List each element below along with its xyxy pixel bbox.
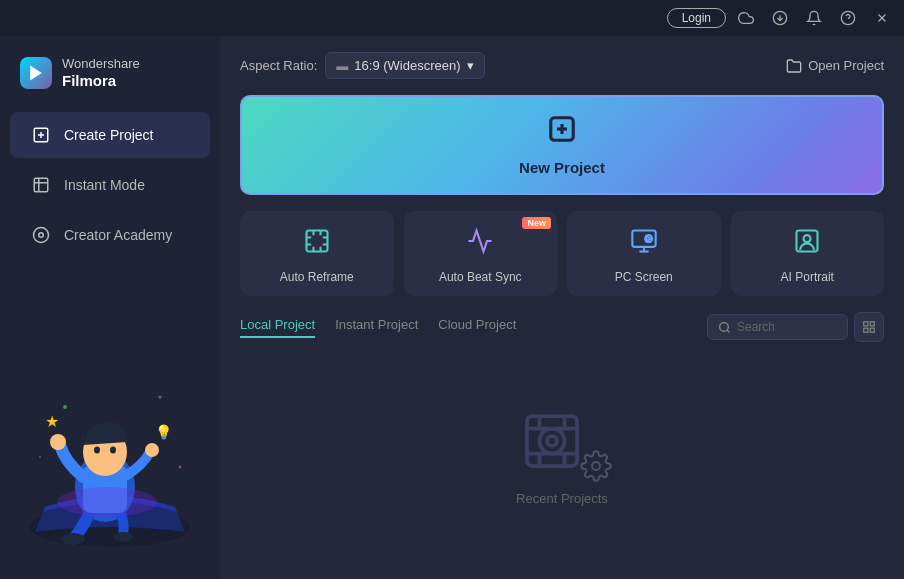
svg-point-21 [50,434,66,450]
svg-marker-6 [30,65,42,80]
svg-point-56 [592,462,600,470]
svg-rect-33 [306,231,327,252]
svg-point-26 [63,405,67,409]
empty-state: Recent Projects [240,354,884,563]
search-input-wrap[interactable] [707,314,848,340]
auto-beat-sync-icon [466,227,494,262]
content-area: Aspect Ratio: ▬ 16:9 (Widescreen) ▾ Open… [220,36,904,579]
svg-rect-43 [864,322,868,326]
project-tabs: Local Project Instant Project Cloud Proj… [240,317,516,338]
film-reel-icon [522,411,582,483]
svg-point-28 [39,456,41,458]
sidebar-item-create-project[interactable]: Create Project [10,112,210,158]
svg-point-29 [179,466,182,469]
auto-reframe-card[interactable]: Auto Reframe [240,211,394,296]
svg-point-48 [540,429,565,454]
open-project-label: Open Project [808,58,884,73]
svg-rect-44 [870,322,874,326]
svg-rect-10 [34,178,48,192]
close-button[interactable] [868,4,896,32]
brand-name: Wondershare [62,56,140,72]
product-name: Filmora [62,72,140,90]
tab-instant-project[interactable]: Instant Project [335,317,418,338]
auto-reframe-label: Auto Reframe [280,270,354,284]
svg-point-11 [34,227,49,242]
sidebar-illustration: ★ 💡 [0,347,220,567]
svg-point-27 [159,396,162,399]
new-project-banner[interactable]: New Project [240,95,884,195]
question-icon[interactable] [834,4,862,32]
gear-overlay-icon [580,450,612,489]
instant-mode-label: Instant Mode [64,177,145,193]
projects-header: Local Project Instant Project Cloud Proj… [240,312,884,342]
creator-academy-icon [30,224,52,246]
tab-local-project[interactable]: Local Project [240,317,315,338]
auto-beat-sync-label: Auto Beat Sync [439,270,522,284]
aspect-ratio-label: Aspect Ratio: [240,58,317,73]
svg-point-41 [720,322,729,331]
grid-view-button[interactable] [854,312,884,342]
svg-point-40 [804,235,811,242]
svg-point-49 [547,436,557,446]
login-button[interactable]: Login [667,8,726,28]
chevron-down-icon: ▾ [467,58,474,73]
monitor-icon: ▬ [336,59,348,73]
svg-point-22 [145,443,159,457]
instant-mode-icon [30,174,52,196]
topbar: Aspect Ratio: ▬ 16:9 (Widescreen) ▾ Open… [240,52,884,79]
aspect-ratio-group: Aspect Ratio: ▬ 16:9 (Widescreen) ▾ [240,52,485,79]
new-project-label: New Project [519,159,605,176]
ai-portrait-label: AI Portrait [781,270,834,284]
ai-portrait-card[interactable]: AI Portrait [731,211,885,296]
auto-beat-sync-card[interactable]: New Auto Beat Sync [404,211,558,296]
new-badge: New [522,217,551,229]
download-icon[interactable] [766,4,794,32]
svg-rect-45 [864,328,868,332]
pc-screen-card[interactable]: PC Screen [567,211,721,296]
svg-marker-38 [646,236,651,241]
svg-text:💡: 💡 [155,424,173,441]
logo-text: Wondershare Filmora [62,56,140,90]
create-project-icon [30,124,52,146]
logo-icon [20,57,52,89]
ai-portrait-icon [793,227,821,262]
search-bar [707,312,884,342]
main-layout: Wondershare Filmora Create Project Insta… [0,36,904,579]
creator-academy-label: Creator Academy [64,227,172,243]
svg-point-20 [110,447,116,454]
open-project-button[interactable]: Open Project [786,58,884,74]
svg-line-42 [727,330,729,332]
svg-point-16 [113,532,133,542]
auto-reframe-icon [303,227,331,262]
create-project-label: Create Project [64,127,153,143]
folder-icon [786,58,802,74]
svg-text:★: ★ [45,413,59,430]
svg-point-25 [57,487,157,517]
bell-icon[interactable] [800,4,828,32]
recent-projects-label: Recent Projects [516,491,608,506]
film-icon-wrap [522,411,602,481]
projects-section: Local Project Instant Project Cloud Proj… [240,312,884,563]
svg-point-12 [39,232,44,237]
aspect-ratio-value: 16:9 (Widescreen) [354,58,460,73]
aspect-ratio-dropdown[interactable]: ▬ 16:9 (Widescreen) ▾ [325,52,484,79]
tab-cloud-project[interactable]: Cloud Project [438,317,516,338]
svg-point-15 [61,533,85,545]
titlebar: Login [0,0,904,36]
svg-rect-46 [870,328,874,332]
search-input[interactable] [737,320,837,334]
sidebar: Wondershare Filmora Create Project Insta… [0,36,220,579]
quick-actions: Auto Reframe New Auto Beat Sync PC Scree… [240,211,884,296]
pc-screen-icon [630,227,658,262]
svg-rect-47 [527,416,577,466]
new-project-plus-icon [547,114,577,151]
logo-area: Wondershare Filmora [0,48,220,110]
svg-point-19 [94,447,100,454]
pc-screen-label: PC Screen [615,270,673,284]
search-icon [718,321,731,334]
sidebar-item-creator-academy[interactable]: Creator Academy [10,212,210,258]
cloud-icon[interactable] [732,4,760,32]
sidebar-item-instant-mode[interactable]: Instant Mode [10,162,210,208]
